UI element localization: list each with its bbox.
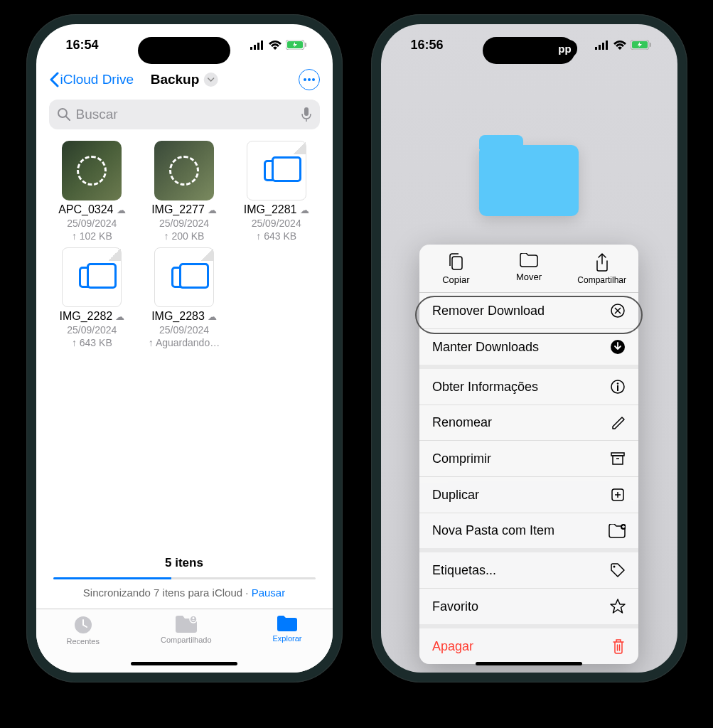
file-name: IMG_2277☁︎ (151, 203, 217, 216)
file-date: 25/09/2024 (67, 218, 117, 229)
menu-label: Favorito (432, 599, 478, 614)
folder-person-icon (175, 615, 198, 633)
file-date: 25/09/2024 (252, 218, 301, 229)
photo-thumb (62, 141, 122, 200)
svg-rect-16 (595, 47, 597, 50)
clock-icon (73, 615, 93, 635)
page-title[interactable]: Backup (151, 72, 218, 87)
cloud-icon: ☁︎ (300, 205, 309, 215)
menu-label: Apagar (432, 639, 473, 654)
search-input[interactable]: Buscar (49, 100, 320, 129)
svg-point-9 (312, 78, 315, 81)
cellular-icon (250, 41, 264, 50)
file-date: 25/09/2024 (159, 218, 209, 229)
menu-etiquetas-[interactable]: Etiquetas... (419, 552, 638, 589)
cloud-icon: ☁︎ (208, 205, 217, 215)
share-icon (595, 253, 609, 272)
svg-rect-18 (602, 43, 604, 50)
copy-icon (448, 253, 463, 270)
item-count: 5 itens (53, 556, 316, 570)
menu-label: Comprimir (432, 451, 491, 466)
back-button[interactable]: iCloud Drive (49, 72, 134, 87)
file-date: 25/09/2024 (67, 324, 117, 336)
menu-label: Renomear (432, 415, 492, 430)
svg-rect-12 (304, 107, 309, 116)
file-item[interactable]: IMG_2277☁︎ 25/09/2024 ↑ 200 KB (138, 141, 230, 242)
svg-rect-3 (261, 41, 263, 50)
cellular-icon (595, 41, 609, 50)
menu-apagar[interactable]: Apagar (419, 628, 638, 664)
home-indicator[interactable] (131, 662, 237, 665)
cloud-icon: ☁︎ (117, 205, 126, 215)
menu-nova-pasta-com-item[interactable]: Nova Pasta com Item (419, 513, 638, 552)
search-placeholder: Buscar (76, 107, 118, 122)
folder-icon (479, 145, 579, 216)
mic-icon[interactable] (301, 107, 311, 122)
svg-line-11 (66, 117, 70, 120)
files-grid: APC_0324☁︎ 25/09/2024 ↑ 102 KB IMG_2277☁… (36, 141, 333, 348)
menu-renomear[interactable]: Renomear (419, 405, 638, 441)
svg-point-7 (304, 78, 306, 81)
menu-favorito[interactable]: Favorito (419, 589, 638, 628)
file-size: ↑ Aguardando… (149, 337, 220, 348)
file-size: ↑ 643 KB (72, 337, 112, 348)
menu-duplicar[interactable]: Duplicar (419, 477, 638, 513)
tag-icon (610, 562, 626, 578)
cloud-icon: ☁︎ (115, 311, 124, 322)
file-item[interactable]: IMG_2281☁︎ 25/09/2024 ↑ 643 KB (230, 141, 323, 242)
status-time: 16:56 (411, 38, 444, 53)
menu-label: Obter Informações (432, 380, 538, 395)
svg-rect-1 (254, 45, 256, 50)
file-item[interactable]: IMG_2283☁︎ 25/09/2024 ↑ Aguardando… (138, 247, 230, 348)
svg-point-10 (58, 109, 67, 117)
download-circle-icon (610, 339, 626, 355)
info-icon (610, 379, 626, 395)
svg-rect-2 (257, 43, 259, 50)
star-icon (610, 599, 626, 614)
file-size: ↑ 200 KB (164, 230, 205, 242)
svg-rect-19 (606, 41, 608, 50)
action-move[interactable]: Mover (493, 245, 566, 292)
menu-remover-download[interactable]: Remover Download (419, 293, 638, 329)
menu-comprimir[interactable]: Comprimir (419, 441, 638, 477)
menu-label: Manter Downloads (432, 340, 539, 355)
svg-rect-28 (617, 385, 618, 391)
phone-frame-2: pp 16:56 Copiar Mover (371, 14, 687, 682)
home-indicator[interactable] (476, 662, 582, 665)
action-share[interactable]: Compartilhar (565, 245, 638, 292)
upload-spinner-icon (77, 156, 107, 186)
file-item[interactable]: APC_0324☁︎ 25/09/2024 ↑ 102 KB (46, 141, 139, 242)
sync-text: Sincronizando 7 itens para iCloud · Paus… (53, 587, 316, 599)
menu-label: Duplicar (432, 488, 479, 503)
more-options-button[interactable] (299, 69, 320, 90)
file-item[interactable]: IMG_2282☁︎ 25/09/2024 ↑ 643 KB (46, 247, 139, 348)
tab-recents[interactable]: Recentes (67, 615, 100, 673)
sync-status-area: 5 itens Sincronizando 7 itens para iClou… (36, 556, 333, 599)
svg-point-34 (613, 566, 616, 568)
action-copy[interactable]: Copiar (419, 245, 493, 292)
folder-preview[interactable] (479, 145, 579, 223)
svg-point-27 (617, 382, 619, 385)
svg-point-15 (192, 617, 194, 619)
chevron-down-icon (203, 73, 218, 87)
folder-icon (277, 615, 298, 632)
status-time: 16:54 (66, 38, 99, 53)
menu-obter-informa-es[interactable]: Obter Informações (419, 369, 638, 405)
menu-manter-downloads[interactable]: Manter Downloads (419, 329, 638, 369)
sync-progress-fill (53, 577, 171, 579)
menu-label: Etiquetas... (432, 563, 496, 578)
battery-icon (286, 40, 307, 50)
file-date: 25/09/2024 (159, 324, 209, 336)
svg-rect-6 (305, 43, 306, 47)
doc-thumb (247, 141, 306, 200)
file-name: IMG_2282☁︎ (59, 310, 124, 323)
folder-icon (520, 253, 538, 267)
svg-rect-30 (613, 456, 623, 464)
ellipsis-icon (304, 78, 315, 81)
pause-link[interactable]: Pausar (252, 587, 286, 599)
file-size: ↑ 643 KB (256, 230, 296, 242)
wifi-icon (269, 41, 282, 50)
chevron-left-icon (49, 72, 59, 87)
tab-browse[interactable]: Explorar (273, 615, 302, 673)
wifi-icon (613, 41, 626, 50)
